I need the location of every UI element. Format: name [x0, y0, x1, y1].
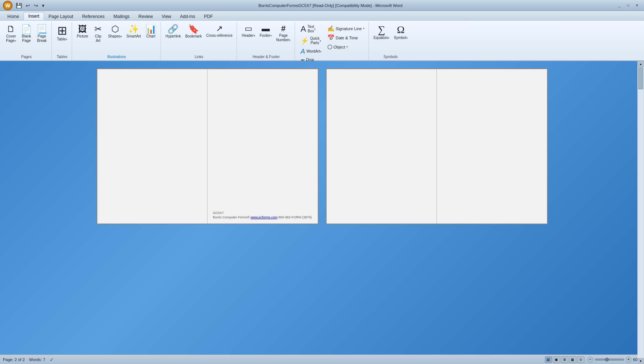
chart-icon: 📊 [145, 25, 156, 33]
links-items: 🔗 Hyperlink 🔖 Bookmark ↗ Cross-reference [164, 23, 234, 54]
scroll-up-button[interactable]: ▲ [638, 61, 644, 67]
symbol-icon: Ω [397, 25, 404, 35]
draft-button[interactable]: ⊙ [577, 356, 584, 363]
print-layout-button[interactable]: ▤ [545, 356, 552, 363]
app-window: W 💾 ↩ ↪ ▾ BurrisComputerFormsGC5X7 [Read… [0, 0, 644, 364]
tab-pdf[interactable]: PDF [199, 13, 217, 20]
tables-items: ⊞ Table▾ [55, 23, 69, 54]
canvas-area[interactable]: GC5X7 Burris Computer Forms® www.pcforms… [0, 61, 644, 354]
picture-icon: 🖼 [78, 25, 87, 33]
object-button[interactable]: ⬡ Object ▾ [325, 43, 366, 51]
zoom-in-button[interactable]: + [626, 357, 632, 363]
zoom-controls: − + 60% [587, 357, 641, 363]
ribbon-group-header-footer: ▭ Header▾ ▬ Footer▾ # PageNumber▾ Header… [238, 22, 295, 60]
illustrations-group-label: Illustrations [75, 54, 158, 60]
cover-page-button[interactable]: 🗋 CoverPage▾ [4, 24, 18, 44]
hyperlink-icon: 🔗 [168, 25, 179, 33]
cover-page-icon: 🗋 [7, 25, 15, 33]
zoom-slider[interactable] [595, 358, 624, 361]
ribbon-group-symbols: ∑ Equation▾ Ω Symbol▾ Symbols [370, 22, 412, 60]
bookmark-button[interactable]: 🔖 Bookmark [183, 24, 204, 40]
tab-review[interactable]: Review [134, 13, 157, 20]
page-spread-right [326, 68, 548, 224]
tab-insert[interactable]: Insert [24, 12, 44, 20]
signature-icon: ✍ [327, 25, 335, 32]
cross-reference-button[interactable]: ↗ Cross-reference [204, 24, 234, 39]
equation-button[interactable]: ∑ Equation▾ [372, 24, 391, 41]
hyperlink-button[interactable]: 🔗 Hyperlink [164, 24, 183, 40]
table-icon: ⊞ [57, 25, 67, 36]
title-bar: W 💾 ↩ ↪ ▾ BurrisComputerFormsGC5X7 [Read… [0, 0, 644, 11]
tab-view[interactable]: View [157, 13, 176, 20]
left-spread-container: GC5X7 Burris Computer Forms® www.pcforms… [97, 68, 319, 224]
outline-button[interactable]: ▦ [569, 356, 576, 363]
tab-mailings[interactable]: Mailings [109, 13, 134, 20]
zoom-out-button[interactable]: − [587, 357, 593, 363]
vertical-scrollbar[interactable]: ▲ ▼ [637, 61, 644, 364]
blank-page-button[interactable]: 📄 BlankPage [19, 24, 34, 44]
word-count: Words: 7 [29, 357, 45, 362]
customize-qa-button[interactable]: ▾ [41, 2, 46, 9]
full-screen-button[interactable]: ▣ [553, 356, 560, 363]
table-button[interactable]: ⊞ Table▾ [55, 24, 69, 43]
shapes-icon: ⬡ [111, 25, 119, 33]
shapes-button[interactable]: ⬡ Shapes▾ [106, 24, 124, 40]
undo-button[interactable]: ↩ [25, 2, 31, 9]
office-button[interactable]: W [3, 1, 12, 10]
ribbon: 🗋 CoverPage▾ 📄 BlankPage 📃 PageBreak Pag… [0, 21, 644, 61]
tab-references[interactable]: References [78, 13, 109, 20]
save-button[interactable]: 💾 [15, 2, 23, 9]
cross-reference-icon: ↗ [216, 25, 223, 33]
date-time-icon: 📅 [327, 34, 335, 41]
header-button[interactable]: ▭ Header▾ [240, 24, 257, 39]
status-right: ▤ ▣ ⊞ ▦ ⊙ − + 60% [545, 356, 641, 363]
illustrations-items: 🖼 Picture ✂ ClipArt ⬡ Shapes▾ ✨ SmartArt… [75, 23, 158, 54]
tables-group-label: Tables [55, 54, 69, 60]
pages-group-label: Pages [4, 54, 49, 60]
symbol-button[interactable]: Ω Symbol▾ [392, 24, 409, 41]
clip-art-button[interactable]: ✂ ClipArt [91, 24, 105, 44]
window-title: BurrisComputerFormsGC5X7 [Read-Only] [Co… [46, 3, 615, 8]
tab-home[interactable]: Home [3, 13, 24, 20]
wordart-button[interactable]: A WordArt ▾ [298, 47, 324, 56]
title-bar-left: W 💾 ↩ ↪ ▾ [3, 1, 46, 10]
quick-parts-icon: ⚡ [301, 38, 309, 44]
signature-line-button[interactable]: ✍ Signature Line ▾ [325, 24, 366, 33]
scroll-down-button[interactable]: ▼ [638, 358, 644, 364]
document-page-4 [437, 69, 547, 224]
text-right-btns: ✍ Signature Line ▾ 📅 Date & Time ⬡ Objec… [325, 24, 366, 51]
redo-button[interactable]: ↪ [33, 2, 39, 9]
smartart-icon: ✨ [128, 25, 139, 33]
scroll-track[interactable] [638, 67, 644, 358]
status-left: Page: 2 of 2 Words: 7 ✓ [3, 357, 54, 363]
minimize-button[interactable]: _ [615, 2, 623, 9]
ribbon-group-illustrations: 🖼 Picture ✂ ClipArt ⬡ Shapes▾ ✨ SmartArt… [73, 22, 161, 60]
page-info: Page: 2 of 2 [3, 357, 25, 362]
scroll-thumb[interactable] [638, 67, 643, 89]
window-controls: _ □ ✕ [615, 2, 641, 9]
object-icon: ⬡ [327, 43, 332, 50]
page-break-button[interactable]: 📃 PageBreak [35, 24, 49, 44]
quick-parts-button[interactable]: ⚡ QuickParts ▾ [298, 35, 324, 46]
maximize-button[interactable]: □ [624, 2, 632, 9]
picture-button[interactable]: 🖼 Picture [75, 24, 90, 40]
page-spread-left: GC5X7 Burris Computer Forms® www.pcforms… [97, 68, 319, 224]
close-button[interactable]: ✕ [633, 2, 641, 9]
view-mode-buttons: ▤ ▣ ⊞ ▦ ⊙ [545, 356, 584, 363]
web-layout-button[interactable]: ⊞ [561, 356, 568, 363]
content-area: GC5X7 Burris Computer Forms® www.pcforms… [0, 61, 644, 364]
ribbon-tabs: Home Insert Page Layout References Maili… [0, 11, 644, 21]
ribbon-group-pages: 🗋 CoverPage▾ 📄 BlankPage 📃 PageBreak Pag… [1, 22, 52, 60]
page-number-button[interactable]: # PageNumber▾ [274, 24, 293, 43]
text-box-button[interactable]: A TextBox ▾ [298, 24, 324, 35]
symbols-items: ∑ Equation▾ Ω Symbol▾ [372, 23, 410, 54]
smartart-button[interactable]: ✨ SmartArt [125, 24, 143, 40]
clip-art-icon: ✂ [94, 25, 102, 33]
tab-add-ins[interactable]: Add-Ins [176, 13, 199, 20]
date-time-button[interactable]: 📅 Date & Time [325, 33, 366, 42]
tab-page-layout[interactable]: Page Layout [44, 13, 78, 20]
footer-button[interactable]: ▬ Footer▾ [258, 24, 274, 39]
textbox-icon: A [301, 25, 306, 33]
chart-button[interactable]: 📊 Chart [144, 24, 158, 40]
spell-check-icon[interactable]: ✓ [50, 357, 54, 363]
